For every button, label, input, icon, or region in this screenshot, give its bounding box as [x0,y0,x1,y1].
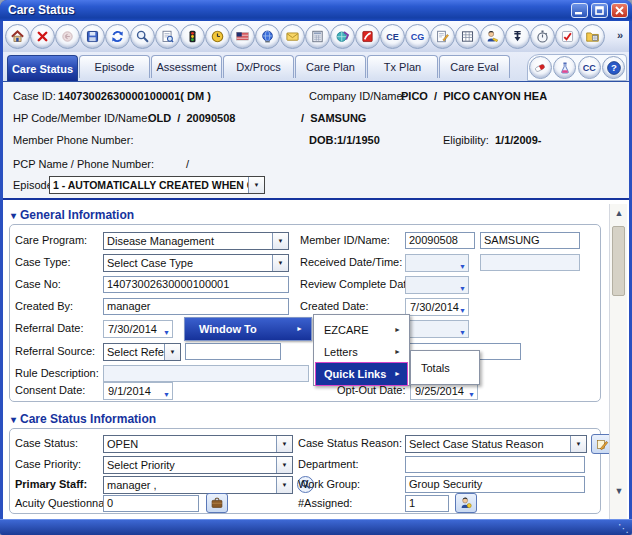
scroll-up-icon[interactable]: ▲ [613,208,625,218]
edit-note-button[interactable] [430,24,455,49]
case-status-reason-arrow-icon[interactable]: ▼ [570,436,586,452]
save-floppy-icon [85,29,100,44]
care-status-info-header[interactable]: ▾Care Status Information [11,412,156,426]
review-complete-select[interactable]: ▼ [405,276,469,294]
referral-source-arrow-icon[interactable]: ▼ [164,344,180,360]
calculator-button[interactable] [305,24,330,49]
case-status-reason-label: Case Status Reason: [298,435,402,452]
menu-item-ezcare[interactable]: EZCARE► [316,319,407,341]
rule-description-input[interactable] [103,365,309,382]
tab-tx-plan[interactable]: Tx Plan [367,55,438,78]
referral-source-select[interactable]: Select Referral S▼ [103,343,181,361]
data-grid-button[interactable] [455,24,480,49]
member-id-input[interactable]: 20090508 [405,232,475,249]
covered-date-arrow-icon[interactable]: ▼ [459,325,466,341]
tab-care-status[interactable]: Care Status [7,55,78,81]
person-edit-button[interactable] [480,24,505,49]
member-globe-button[interactable] [255,24,280,49]
us-flag-button[interactable] [230,24,255,49]
case-no-input[interactable]: 14073002630000100001 [103,276,289,293]
scrollbar-thumb[interactable] [612,226,625,296]
clock-icon [210,29,225,44]
print-preview-button[interactable] [155,24,180,49]
general-info-header[interactable]: ▾General Information [11,208,134,222]
care-program-select[interactable]: Disease Management▼ [103,232,289,250]
menu-item-totals-label: Totals [421,362,450,374]
episode-select[interactable]: 1 - AUTOMATICALLY CREATED WHEN CA ▼ [49,176,265,194]
home-button[interactable] [5,24,30,49]
resize-grip[interactable]: ⋱ [618,521,629,535]
primary-staff-select[interactable]: manager ,▼ [103,476,293,494]
globe-notes-button[interactable] [330,24,355,49]
labs-button[interactable] [553,56,576,79]
mail-folder-button[interactable] [280,24,305,49]
case-priority-select[interactable]: Select Priority▼ [103,456,293,474]
refresh-button[interactable] [105,24,130,49]
received-date-select[interactable]: ▼ [405,254,469,272]
scroll-down-icon[interactable]: ▼ [613,486,625,496]
department-input[interactable] [405,456,585,473]
tab-dx-procs[interactable]: Dx/Procs [223,55,294,78]
send-down-button[interactable] [505,24,530,49]
stopwatch-button[interactable] [530,24,555,49]
acuity-questionnaire-button[interactable] [206,493,228,513]
menu-item-totals[interactable]: Totals [415,357,450,379]
case-status-select[interactable]: OPEN▼ [103,435,293,453]
covered-date-select[interactable]: ▼ [405,320,469,338]
search-button[interactable] [130,24,155,49]
acuity-input[interactable]: 0 [103,495,199,512]
created-date-select[interactable]: 7/30/2014▼ [405,298,469,316]
review-complete-arrow-icon[interactable]: ▼ [459,281,466,297]
tab-episode[interactable]: Episode [79,55,150,78]
referral-date-arrow-icon[interactable]: ▼ [163,325,170,341]
episode-dropdown-arrow-icon[interactable]: ▼ [248,177,264,193]
case-type-arrow-icon[interactable]: ▼ [272,255,288,271]
consent-date-select[interactable]: 9/1/2014▼ [103,382,173,400]
menu-item-letters[interactable]: Letters► [316,341,407,363]
referral-date-select[interactable]: 7/30/2014▼ [103,320,173,338]
home-icon [10,29,25,44]
member-phone-label: Member Phone Number: [13,132,133,149]
tab-assessment[interactable]: Assessment [151,55,222,78]
close-button[interactable] [611,3,628,18]
menu-window-to[interactable]: Window To► [184,317,312,341]
folder-calculator-button[interactable] [580,24,605,49]
toolbar-overflow-button[interactable]: » [617,29,623,41]
delete-button[interactable] [30,24,55,49]
red-book-button[interactable] [355,24,380,49]
case-priority-arrow-icon[interactable]: ▼ [276,457,292,473]
approve-check-button[interactable] [555,24,580,49]
briefcase-icon [210,496,224,510]
case-type-select[interactable]: Select Case Type▼ [103,254,289,272]
opt-out-arrow-icon[interactable]: ▼ [468,387,475,403]
ce-button[interactable]: CE [380,24,405,49]
restore-button[interactable] [591,3,608,18]
consent-date-arrow-icon[interactable]: ▼ [163,387,170,403]
traffic-light-button[interactable] [180,24,205,49]
received-time-input[interactable] [480,254,580,271]
created-date-arrow-icon[interactable]: ▼ [459,303,466,319]
cg-button[interactable]: CG [405,24,430,49]
assigned-staff-button[interactable] [455,493,477,513]
clock-button[interactable] [205,24,230,49]
cc-button[interactable]: CC [578,56,601,79]
help-button[interactable]: ? [602,56,625,79]
menu-item-quick-links[interactable]: Quick Links► [316,363,407,385]
work-group-input[interactable]: Group Security [405,476,585,493]
member-name-input[interactable]: SAMSUNG [480,232,580,249]
vertical-scrollbar[interactable]: ▲ ▼ [609,204,627,519]
received-date-arrow-icon[interactable]: ▼ [459,259,466,275]
case-status-reason-select[interactable]: Select Case Status Reason▼ [405,435,587,453]
case-status-arrow-icon[interactable]: ▼ [276,436,292,452]
care-program-arrow-icon[interactable]: ▼ [272,233,288,249]
corner-tool-panel: CC ? [527,54,627,81]
tab-care-eval[interactable]: Care Eval [439,55,510,78]
medications-button[interactable] [529,56,552,79]
assigned-input[interactable]: 1 [405,495,449,512]
tab-care-plan[interactable]: Care Plan [295,55,366,78]
created-by-input[interactable]: manager [103,298,289,315]
save-button[interactable] [80,24,105,49]
referral-source-extra-input[interactable] [185,343,281,360]
minimize-button[interactable] [571,3,588,18]
primary-staff-arrow-icon[interactable]: ▼ [276,477,292,493]
